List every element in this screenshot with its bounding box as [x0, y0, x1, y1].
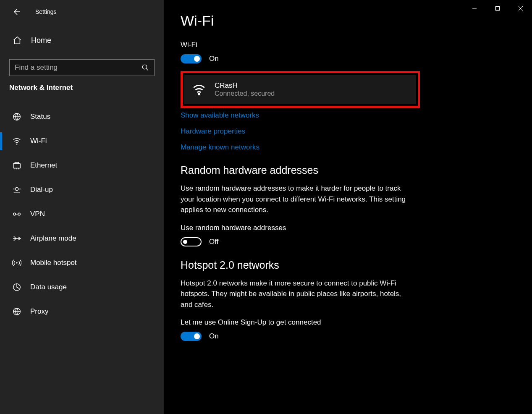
home-icon [13, 36, 22, 45]
random-toggle-row: Off [181, 237, 515, 246]
wifi-toggle-row: On [181, 54, 515, 63]
airplane-icon [12, 233, 22, 244]
arrow-left-icon [12, 8, 21, 16]
ethernet-icon [12, 160, 22, 170]
link-available-networks[interactable]: Show available networks [181, 111, 259, 120]
search-icon [142, 64, 149, 71]
random-heading: Random hardware addresses [181, 164, 515, 176]
maximize-icon [495, 6, 500, 11]
svg-point-7 [16, 262, 18, 264]
sidebar-item-label: Airplane mode [30, 234, 76, 243]
home-label: Home [31, 36, 51, 45]
titlebar: Settings [0, 0, 164, 23]
svg-rect-3 [13, 163, 21, 168]
svg-point-5 [13, 213, 16, 215]
sidebar-item-status[interactable]: Status [0, 105, 164, 129]
sidebar-item-label: Ethernet [30, 161, 57, 170]
sidebar: Settings Home Network & Internet Status … [0, 0, 164, 414]
minimize-icon [472, 6, 477, 11]
sidebar-item-airplane[interactable]: Airplane mode [0, 226, 164, 251]
hotspot-toggle-state: On [209, 332, 219, 341]
sidebar-item-label: VPN [30, 210, 45, 218]
search-wrap [0, 59, 164, 76]
random-body: Use random hardware addresses to make it… [181, 183, 407, 215]
random-toggle[interactable] [181, 237, 202, 246]
sidebar-item-hotspot[interactable]: Mobile hotspot [0, 251, 164, 275]
sidebar-item-label: Proxy [30, 307, 48, 316]
sidebar-item-ethernet[interactable]: Ethernet [0, 153, 164, 178]
proxy-icon [12, 307, 22, 317]
hotspot-toggle-row: On [181, 332, 515, 341]
sidebar-item-label: Data usage [30, 283, 67, 291]
wifi-toggle-state: On [209, 55, 219, 63]
status-icon [12, 112, 22, 122]
wifi-section-label: Wi-Fi [181, 41, 515, 49]
datausage-icon [12, 282, 22, 292]
window-title: Settings [35, 8, 57, 15]
sidebar-home[interactable]: Home [0, 30, 164, 51]
sidebar-item-label: Mobile hotspot [30, 259, 77, 267]
sidebar-nav: Status Wi-Fi Ethernet Dial-up VPN Airpla… [0, 105, 164, 324]
network-name: CRasH [215, 81, 275, 90]
current-network-item[interactable]: CRasH Connected, secured [184, 75, 416, 104]
svg-point-4 [15, 188, 18, 191]
hotspot-icon [12, 258, 22, 268]
main-content: Wi-Fi Wi-Fi On CRasH Connected, secured … [164, 0, 532, 414]
vpn-icon [12, 209, 22, 219]
hotspot-toggle-label: Let me use Online Sign-Up to get connect… [181, 318, 515, 327]
sidebar-item-label: Wi-Fi [30, 137, 47, 145]
close-button[interactable] [509, 0, 532, 17]
svg-point-0 [142, 65, 147, 69]
sidebar-item-label: Dial-up [30, 186, 53, 194]
sidebar-item-wifi[interactable]: Wi-Fi [0, 129, 164, 153]
sidebar-item-datausage[interactable]: Data usage [0, 275, 164, 299]
sidebar-category: Network & Internet [0, 76, 164, 96]
wifi-icon [12, 136, 22, 146]
close-icon [518, 6, 523, 11]
wifi-signal-icon [192, 82, 206, 97]
random-toggle-label: Use random hardware addresses [181, 224, 515, 232]
search-input[interactable] [15, 63, 129, 72]
link-known-networks[interactable]: Manage known networks [181, 143, 259, 152]
minimize-button[interactable] [463, 0, 486, 17]
network-status: Connected, secured [215, 90, 275, 97]
highlight-box: CRasH Connected, secured [181, 71, 420, 108]
random-toggle-state: Off [209, 238, 218, 246]
wifi-toggle[interactable] [181, 54, 202, 63]
sidebar-item-dialup[interactable]: Dial-up [0, 178, 164, 202]
hotspot-body: Hotspot 2.0 networks make it more secure… [181, 278, 407, 310]
dialup-icon [12, 185, 22, 195]
svg-rect-10 [495, 7, 499, 10]
link-hardware-properties[interactable]: Hardware properties [181, 127, 245, 136]
svg-point-6 [18, 213, 21, 215]
sidebar-item-label: Status [30, 113, 50, 121]
window-controls [463, 0, 532, 17]
svg-point-2 [16, 144, 18, 145]
hotspot-heading: Hotspot 2.0 networks [181, 259, 515, 271]
svg-point-11 [198, 93, 200, 96]
search-box[interactable] [9, 59, 155, 76]
sidebar-item-proxy[interactable]: Proxy [0, 299, 164, 324]
maximize-button[interactable] [486, 0, 509, 17]
hotspot-toggle[interactable] [181, 332, 202, 341]
back-button[interactable] [8, 3, 25, 21]
sidebar-item-vpn[interactable]: VPN [0, 202, 164, 226]
